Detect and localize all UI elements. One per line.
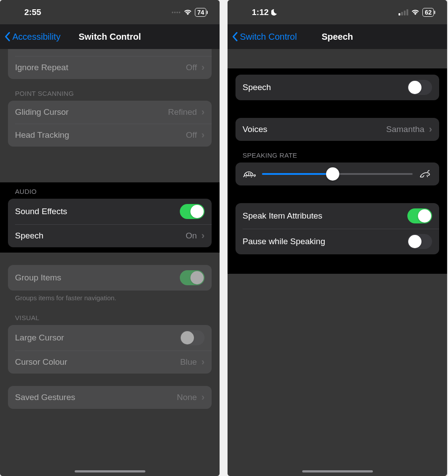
cellular-icon: •••• bbox=[172, 9, 181, 15]
row-value: Off bbox=[186, 49, 197, 49]
row-speech[interactable]: Speech On› bbox=[8, 224, 212, 247]
row-label: Gliding Cursor bbox=[15, 107, 68, 117]
section-footer-group-items: Groups items for faster navigation. bbox=[8, 291, 212, 303]
chevron-right-icon: › bbox=[201, 49, 205, 50]
speech-toggle[interactable] bbox=[407, 80, 432, 95]
row-label: Cursor Colour bbox=[15, 357, 67, 367]
phone-speech: 1:12 62 Switch Control Speech bbox=[228, 0, 447, 476]
settings-scroll[interactable]: Hold Duration Off› Ignore Repeat Off› PO… bbox=[0, 49, 220, 476]
row-large-cursor[interactable]: Large Cursor bbox=[8, 325, 212, 351]
timing-group: Hold Duration Off› Ignore Repeat Off› bbox=[8, 49, 212, 79]
row-value: Samantha bbox=[386, 125, 425, 134]
row-label: Group Items bbox=[15, 273, 61, 283]
row-pause-while-speaking[interactable]: Pause while Speaking bbox=[235, 229, 439, 254]
tortoise-icon bbox=[243, 170, 256, 178]
row-label: Speak Item Attributes bbox=[243, 211, 323, 221]
row-voices[interactable]: Voices Samantha› bbox=[235, 118, 439, 141]
nav-bar: Accessibility Switch Control bbox=[0, 24, 220, 49]
row-label: Voices bbox=[243, 125, 267, 134]
section-header-visual: VISUAL bbox=[8, 303, 212, 325]
row-sound-effects[interactable]: Sound Effects bbox=[8, 199, 212, 224]
sound-effects-toggle[interactable] bbox=[180, 204, 205, 219]
row-label: Ignore Repeat bbox=[15, 63, 68, 72]
speaking-rate-slider[interactable] bbox=[235, 162, 439, 185]
large-cursor-toggle[interactable] bbox=[180, 330, 205, 345]
slider-track[interactable] bbox=[262, 173, 413, 175]
chevron-left-icon bbox=[232, 32, 238, 42]
status-time: 2:55 bbox=[24, 8, 41, 17]
row-label: Speech bbox=[15, 231, 43, 241]
status-bar: 1:12 62 bbox=[228, 0, 447, 24]
phone-switch-control: 2:55 •••• 74 Accessibility Switch Contro… bbox=[0, 0, 220, 476]
saved-gestures-group: Saved Gestures None› bbox=[8, 386, 212, 409]
back-label: Accessibility bbox=[12, 32, 61, 42]
group-items-toggle[interactable] bbox=[180, 270, 205, 285]
row-hold-duration[interactable]: Hold Duration Off› bbox=[8, 49, 212, 56]
row-head-tracking[interactable]: Head Tracking Off› bbox=[8, 124, 212, 147]
row-value: On bbox=[186, 231, 197, 241]
status-right: 62 bbox=[399, 8, 434, 17]
do-not-disturb-icon bbox=[271, 8, 279, 16]
chevron-left-icon bbox=[4, 32, 11, 42]
highlight-audio-section: AUDIO Sound Effects Speech On› bbox=[0, 182, 220, 253]
row-label: Speech bbox=[243, 83, 271, 92]
point-scanning-group: Gliding Cursor Refined› Head Tracking Of… bbox=[8, 101, 212, 147]
battery-icon: 74 bbox=[195, 8, 206, 17]
wifi-icon bbox=[411, 9, 420, 15]
speak-options-group: Speak Item Attributes Pause while Speaki… bbox=[235, 203, 439, 254]
chevron-right-icon: › bbox=[201, 392, 205, 403]
back-button[interactable]: Switch Control bbox=[232, 32, 297, 42]
row-value: Off bbox=[186, 130, 197, 140]
home-indicator[interactable] bbox=[302, 470, 373, 472]
section-header-audio: AUDIO bbox=[8, 182, 212, 199]
row-speak-item-attributes[interactable]: Speak Item Attributes bbox=[235, 203, 439, 229]
wifi-icon bbox=[183, 9, 192, 15]
row-group-items[interactable]: Group Items bbox=[8, 265, 212, 291]
cellular-icon bbox=[399, 9, 408, 15]
status-time: 1:12 bbox=[252, 8, 269, 17]
slider-thumb[interactable] bbox=[326, 167, 339, 181]
chevron-right-icon: › bbox=[201, 106, 205, 118]
row-value: None bbox=[177, 393, 197, 402]
chevron-right-icon: › bbox=[201, 356, 205, 368]
row-label: Large Cursor bbox=[15, 333, 64, 343]
row-value: Refined bbox=[168, 107, 197, 117]
settings-scroll[interactable]: Speech Voices Samantha› SPEAKING RATE bbox=[228, 49, 447, 476]
chevron-right-icon: › bbox=[201, 230, 205, 242]
home-indicator[interactable] bbox=[75, 470, 145, 472]
speech-toggle-group: Speech bbox=[235, 75, 439, 100]
back-button[interactable]: Accessibility bbox=[4, 32, 61, 42]
back-label: Switch Control bbox=[240, 32, 297, 42]
row-gliding-cursor[interactable]: Gliding Cursor Refined› bbox=[8, 101, 212, 124]
row-ignore-repeat[interactable]: Ignore Repeat Off› bbox=[8, 56, 212, 79]
audio-group: Sound Effects Speech On› bbox=[8, 199, 212, 247]
nav-title: Speech bbox=[322, 32, 353, 42]
slider-fill bbox=[262, 173, 333, 175]
speak-attrs-toggle[interactable] bbox=[407, 208, 432, 223]
row-saved-gestures[interactable]: Saved Gestures None› bbox=[8, 386, 212, 409]
row-label: Sound Effects bbox=[15, 207, 67, 216]
chevron-right-icon: › bbox=[429, 124, 432, 135]
chevron-right-icon: › bbox=[201, 62, 205, 73]
row-speech-toggle[interactable]: Speech bbox=[235, 75, 439, 100]
pause-speaking-toggle[interactable] bbox=[407, 234, 432, 249]
status-bar: 2:55 •••• 74 bbox=[0, 0, 220, 24]
speaking-rate-group bbox=[235, 162, 439, 185]
row-label: Pause while Speaking bbox=[243, 237, 325, 246]
row-value: Blue bbox=[180, 357, 197, 367]
nav-bar: Switch Control Speech bbox=[228, 24, 447, 49]
row-value: Off bbox=[186, 63, 197, 72]
section-header-speaking-rate: SPEAKING RATE bbox=[235, 141, 439, 162]
chevron-right-icon: › bbox=[201, 129, 205, 141]
group-items-group: Group Items bbox=[8, 265, 212, 291]
row-label: Hold Duration bbox=[15, 49, 66, 49]
status-right: •••• 74 bbox=[172, 8, 206, 17]
row-label: Head Tracking bbox=[15, 130, 69, 140]
row-cursor-colour[interactable]: Cursor Colour Blue› bbox=[8, 351, 212, 374]
hare-icon bbox=[419, 170, 432, 178]
highlight-speech-section: Speech Voices Samantha› SPEAKING RATE bbox=[228, 68, 447, 261]
section-header-point-scanning: POINT SCANNING bbox=[8, 79, 212, 101]
row-label: Saved Gestures bbox=[15, 393, 75, 402]
battery-icon: 62 bbox=[422, 8, 434, 17]
nav-title: Switch Control bbox=[79, 32, 141, 42]
